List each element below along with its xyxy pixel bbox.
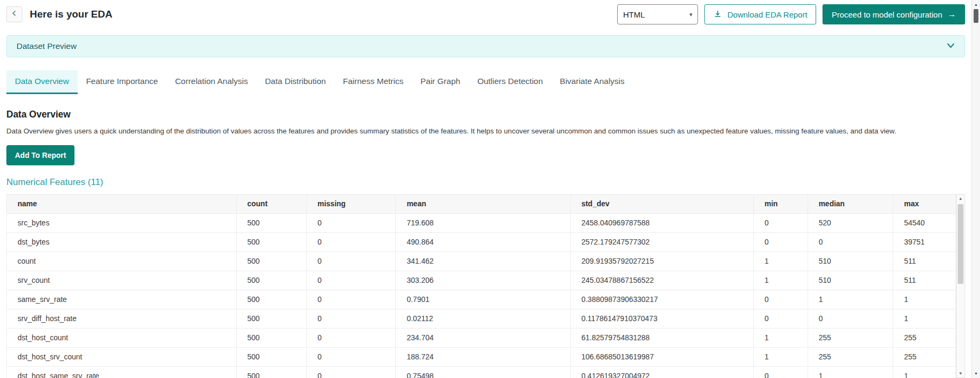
dataset-preview-label: Dataset Preview (16, 41, 77, 51)
scroll-down-icon[interactable]: ▼ (957, 369, 965, 377)
table-cell: 500 (236, 251, 306, 271)
top-header: Here is your EDA HTML ▾ Download EDA Rep… (0, 0, 971, 28)
tab-bivariate-analysis[interactable]: Bivariate Analysis (551, 70, 633, 94)
table-row: dst_host_same_srv_rate 500 0 0.75498 0.4… (7, 366, 956, 378)
back-button[interactable] (6, 6, 22, 22)
table-cell: 1 (753, 271, 808, 290)
table-cell: 520 (808, 213, 893, 232)
page-scrollbar-thumb[interactable] (974, 9, 978, 23)
table-cell: 0.412619327004972 (570, 366, 753, 378)
numerical-features-table-area: name count missing mean std_dev min medi… (6, 194, 965, 378)
table-cell: 500 (236, 271, 306, 290)
tab-feature-importance[interactable]: Feature Importance (78, 70, 167, 94)
section-description: Data Overview gives users a quick unders… (6, 127, 965, 136)
table-cell: 1 (808, 290, 893, 309)
table-scrollbar[interactable]: ▲ ▼ (956, 194, 965, 378)
table-cell: 234.704 (396, 328, 570, 347)
table-row: dst_bytes 500 0 490.864 2572.17924757730… (7, 232, 956, 251)
table-cell: src_bytes (7, 213, 237, 232)
table-cell: srv_diff_host_rate (7, 309, 237, 328)
table-cell: 0.11786147910370473 (570, 309, 753, 328)
table-cell: 510 (808, 271, 893, 290)
tab-data-overview[interactable]: Data Overview (6, 70, 78, 94)
chevron-down-icon (946, 41, 955, 51)
dataset-preview-banner[interactable]: Dataset Preview (6, 35, 965, 57)
tab-pair-graph[interactable]: Pair Graph (412, 70, 469, 94)
table-cell: 719.608 (396, 213, 570, 232)
table-cell: 1 (808, 366, 893, 378)
table-cell: 0 (306, 328, 396, 347)
table-scrollbar-thumb[interactable] (958, 204, 964, 284)
download-button-label: Download EDA Report (727, 10, 807, 19)
table-cell: 0.7901 (396, 290, 570, 309)
table-cell: 0 (306, 309, 396, 328)
column-header-mean: mean (396, 194, 570, 213)
numerical-features-heading: Numerical Features (11) (6, 177, 965, 188)
table-cell: 39751 (893, 232, 956, 251)
table-cell: 255 (893, 347, 956, 366)
table-cell: dst_host_same_srv_rate (7, 366, 237, 378)
table-cell: 0 (753, 309, 808, 328)
column-header-median: median (808, 194, 893, 213)
table-cell: 500 (236, 290, 306, 309)
page-content: Here is your EDA HTML ▾ Download EDA Rep… (0, 0, 971, 378)
table-cell: 54540 (893, 213, 956, 232)
table-cell: 500 (236, 213, 306, 232)
table-cell: 245.03478867156522 (570, 271, 753, 290)
table-cell: 2458.040969787588 (570, 213, 753, 232)
table-cell: 511 (893, 251, 956, 271)
table-cell: 0 (306, 271, 396, 290)
eda-tabs: Data Overview Feature Importance Correla… (6, 70, 965, 94)
tab-outliers-detection[interactable]: Outliers Detection (469, 70, 551, 94)
tab-fairness-metrics[interactable]: Fairness Metrics (334, 70, 412, 94)
table-cell: 0.75498 (396, 366, 570, 378)
scroll-up-icon[interactable]: ▲ (972, 1, 980, 9)
proceed-to-model-configuration-button[interactable]: Proceed to model configuration → (823, 4, 965, 24)
table-cell: 0 (306, 290, 396, 309)
table-row: count 500 0 341.462 209.91935792027215 1… (7, 251, 956, 271)
chevron-down-icon: ▾ (690, 11, 693, 18)
table-cell: 1 (753, 347, 808, 366)
column-header-missing: missing (306, 194, 396, 213)
table-cell: 341.462 (396, 251, 570, 271)
tab-data-distribution[interactable]: Data Distribution (256, 70, 335, 94)
table-cell: 0 (753, 290, 808, 309)
table-cell: count (7, 251, 237, 271)
table-cell: 500 (236, 309, 306, 328)
table-row: dst_host_count 500 0 234.704 61.82579754… (7, 328, 956, 347)
table-cell: 1 (753, 251, 808, 271)
table-cell: 0 (753, 366, 808, 378)
table-cell: 1 (753, 328, 808, 347)
add-to-report-button[interactable]: Add To Report (6, 145, 74, 165)
table-cell: srv_count (7, 271, 237, 290)
table-wrapper: name count missing mean std_dev min medi… (6, 194, 956, 378)
table-cell: 0 (808, 309, 893, 328)
chevron-left-icon (11, 10, 18, 19)
table-cell: 511 (893, 271, 956, 290)
tab-correlation-analysis[interactable]: Correlation Analysis (167, 70, 256, 94)
scroll-up-icon[interactable]: ▲ (957, 195, 965, 203)
table-cell: dst_host_srv_count (7, 347, 237, 366)
numerical-features-table: name count missing mean std_dev min medi… (6, 194, 956, 378)
table-cell: 0 (306, 213, 396, 232)
table-cell: 106.68685013619987 (570, 347, 753, 366)
table-row: src_bytes 500 0 719.608 2458.04096978758… (7, 213, 956, 232)
table-cell: 0 (808, 232, 893, 251)
column-header-name: name (7, 194, 237, 213)
table-cell: 0 (306, 232, 396, 251)
scroll-down-icon[interactable]: ▼ (972, 369, 980, 377)
download-eda-report-button[interactable]: Download EDA Report (704, 4, 816, 24)
table-cell: 500 (236, 328, 306, 347)
table-cell: 0 (753, 213, 808, 232)
table-cell: 0.02112 (396, 309, 570, 328)
page-scrollbar[interactable]: ▲ ▼ (971, 0, 980, 378)
download-icon (713, 10, 722, 20)
table-cell: 0 (306, 251, 396, 271)
report-format-select[interactable]: HTML ▾ (617, 4, 698, 24)
table-cell: 500 (236, 347, 306, 366)
table-cell: dst_host_count (7, 328, 237, 347)
table-row: srv_count 500 0 303.206 245.034788671565… (7, 271, 956, 290)
table-row: dst_host_srv_count 500 0 188.724 106.686… (7, 347, 956, 366)
table-cell: 500 (236, 232, 306, 251)
table-cell: dst_bytes (7, 232, 237, 251)
